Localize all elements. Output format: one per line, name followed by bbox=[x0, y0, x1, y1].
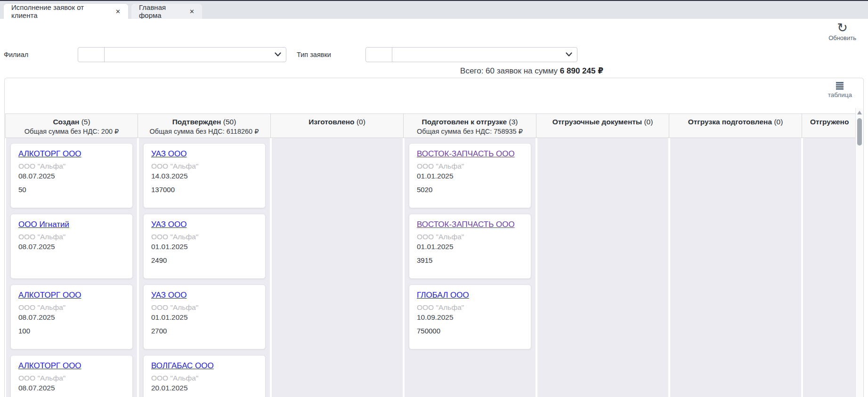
panel-header: таблица bbox=[5, 78, 863, 113]
request-card[interactable]: АЛКОТОРГ ООО ООО "Альфа" 08.07.2025 100 bbox=[10, 284, 133, 349]
request-card[interactable]: ВОСТОК-ЗАПЧАСТЬ ООО ООО "Альфа" 01.01.20… bbox=[409, 214, 531, 279]
tab-label: Главная форма bbox=[139, 3, 182, 19]
kanban-column: Подтвержден (50) Общая сумма без НДС: 61… bbox=[138, 113, 271, 397]
kanban-panel: таблица Создан (5) Общая сумма без НДС: … bbox=[4, 78, 864, 397]
kanban-column: Создан (5) Общая сумма без НДС: 200 ₽ АЛ… bbox=[5, 113, 138, 397]
close-icon[interactable]: ✕ bbox=[115, 8, 121, 15]
column-total-subtitle: Общая сумма без НДС: 200 ₽ bbox=[6, 128, 138, 135]
request-card[interactable]: ООО Игнатий ООО "Альфа" 08.07.2025 bbox=[10, 214, 133, 279]
column-title: Отгрузка подготовлена bbox=[688, 118, 772, 126]
request-card[interactable]: АЛКОТОРГ ООО ООО "Альфа" 08.07.2025 50 bbox=[10, 143, 133, 208]
tab-label: Исполнение заявок от клиента bbox=[11, 3, 108, 19]
card-organization: ООО "Альфа" bbox=[151, 232, 258, 242]
branch-filter-combobox[interactable] bbox=[78, 47, 286, 62]
request-type-filter-combobox[interactable] bbox=[365, 47, 577, 62]
request-card[interactable]: ВОСТОК-ЗАПЧАСТЬ ООО ООО "Альфа" 01.01.20… bbox=[409, 143, 531, 208]
card-amount: 3915 bbox=[417, 256, 523, 264]
column-header: Отгрузочные документы (0) bbox=[536, 113, 669, 138]
client-link[interactable]: ВОЛГАБАС ООО bbox=[151, 361, 214, 371]
client-link[interactable]: ООО Игнатий bbox=[18, 220, 69, 229]
scrollbar-thumb[interactable] bbox=[857, 118, 862, 146]
column-header: Создан (5) Общая сумма без НДС: 200 ₽ bbox=[5, 113, 138, 138]
client-link[interactable]: АЛКОТОРГ ООО bbox=[18, 149, 81, 159]
totals-text: Всего: 60 заявок на сумму bbox=[460, 66, 558, 75]
table-view-button[interactable]: таблица bbox=[828, 81, 852, 98]
refresh-label: Обновить bbox=[828, 34, 856, 41]
column-header: Изготовлено (0) bbox=[271, 113, 404, 138]
kanban-column: Отгрузка подготовлена (0) bbox=[669, 113, 802, 397]
client-link[interactable]: АЛКОТОРГ ООО bbox=[18, 361, 81, 371]
kanban-column: Изготовлено (0) bbox=[271, 113, 404, 397]
column-count: (5) bbox=[79, 118, 90, 126]
scroll-up-arrow-icon[interactable] bbox=[857, 111, 862, 114]
chevron-down-icon[interactable] bbox=[566, 52, 572, 57]
column-count: (0) bbox=[355, 118, 365, 126]
request-card[interactable]: УАЗ ООО ООО "Альфа" 01.01.2025 2490 bbox=[143, 214, 266, 279]
kanban-column: Отгрузочные документы (0) bbox=[536, 113, 669, 397]
column-count: (0) bbox=[772, 118, 783, 126]
card-organization: ООО "Альфа" bbox=[18, 232, 125, 242]
column-body bbox=[670, 138, 801, 397]
card-organization: ООО "Альфа" bbox=[417, 232, 523, 242]
card-date: 08.07.2025 bbox=[18, 312, 125, 322]
card-organization: ООО "Альфа" bbox=[18, 302, 125, 312]
client-link[interactable]: УАЗ ООО bbox=[151, 220, 187, 229]
request-type-filter-value[interactable] bbox=[392, 48, 577, 62]
kanban-board: Создан (5) Общая сумма без НДС: 200 ₽ АЛ… bbox=[5, 113, 855, 397]
request-card[interactable]: УАЗ ООО ООО "Альфа" 01.01.2025 2700 bbox=[143, 284, 266, 349]
vertical-scrollbar[interactable] bbox=[855, 108, 863, 397]
client-link[interactable]: ВОСТОК-ЗАПЧАСТЬ ООО bbox=[417, 149, 515, 159]
card-amount: 750000 bbox=[417, 327, 523, 335]
client-link[interactable]: УАЗ ООО bbox=[151, 291, 187, 300]
branch-filter-value[interactable] bbox=[105, 48, 286, 62]
request-card[interactable]: ГЛОБАЛ ООО ООО "Альфа" 10.09.2025 750000 bbox=[409, 284, 531, 349]
card-amount: 2490 bbox=[151, 256, 258, 264]
card-organization: ООО "Альфа" bbox=[151, 302, 258, 312]
card-date: 08.07.2025 bbox=[18, 383, 125, 393]
column-body: ВОСТОК-ЗАПЧАСТЬ ООО ООО "Альфа" 01.01.20… bbox=[405, 138, 535, 397]
card-date: 01.01.2025 bbox=[417, 242, 523, 251]
refresh-icon: ↻ bbox=[837, 21, 848, 34]
kanban-column: Подготовлен к отгрузке (3) Общая сумма б… bbox=[404, 113, 536, 397]
branch-filter-code-cell[interactable] bbox=[78, 48, 105, 62]
request-type-filter-label: Тип заявки bbox=[297, 51, 331, 58]
column-count: (0) bbox=[642, 118, 653, 126]
tab-requests-execution[interactable]: Исполнение заявок от клиента ✕ bbox=[4, 4, 128, 19]
client-link[interactable]: УАЗ ООО bbox=[151, 149, 187, 159]
totals-line: Всего: 60 заявок на сумму 6 890 245 ₽ bbox=[0, 63, 603, 78]
toolbar: ↻ Обновить bbox=[0, 19, 868, 47]
client-link[interactable]: ВОСТОК-ЗАПЧАСТЬ ООО bbox=[417, 220, 515, 229]
card-date: 08.07.2025 bbox=[18, 242, 125, 251]
card-date: 10.09.2025 bbox=[417, 312, 523, 322]
column-header: Подтвержден (50) Общая сумма без НДС: 61… bbox=[138, 113, 271, 138]
card-amount: 5020 bbox=[417, 186, 523, 194]
tab-main-form[interactable]: Главная форма ✕ bbox=[131, 4, 202, 19]
request-card[interactable]: УАЗ ООО ООО "Альфа" 14.03.2025 137000 bbox=[143, 143, 266, 208]
card-date: 01.01.2025 bbox=[151, 242, 258, 251]
column-count: (3) bbox=[507, 118, 518, 126]
close-icon[interactable]: ✕ bbox=[189, 8, 195, 15]
request-card[interactable]: ВОЛГАБАС ООО ООО "Альфа" 20.01.2025 bbox=[143, 355, 266, 397]
card-date: 14.03.2025 bbox=[151, 171, 258, 181]
column-total-subtitle: Общая сумма без НДС: 6118260 ₽ bbox=[138, 128, 270, 135]
column-title: Отгрузочные документы bbox=[552, 118, 642, 126]
column-title: Отгружено bbox=[810, 118, 849, 126]
column-title: Подготовлен к отгрузке bbox=[422, 118, 507, 126]
table-view-label: таблица bbox=[828, 91, 852, 98]
column-header: Подготовлен к отгрузке (3) Общая сумма б… bbox=[404, 113, 536, 138]
branch-filter-label: Филиал bbox=[4, 51, 28, 58]
card-organization: ООО "Альфа" bbox=[151, 161, 258, 171]
column-header: Отгружено bbox=[802, 113, 855, 138]
request-type-filter-code-cell[interactable] bbox=[366, 48, 392, 62]
card-organization: ООО "Альфа" bbox=[417, 302, 523, 312]
refresh-button[interactable]: ↻ Обновить bbox=[828, 21, 856, 41]
card-amount: 100 bbox=[18, 327, 125, 335]
column-body: УАЗ ООО ООО "Альфа" 14.03.2025 137000 УА… bbox=[139, 138, 270, 397]
column-body bbox=[803, 138, 855, 397]
client-link[interactable]: АЛКОТОРГ ООО bbox=[18, 291, 81, 300]
request-card[interactable]: АЛКОТОРГ ООО ООО "Альфа" 08.07.2025 bbox=[10, 355, 133, 397]
client-link[interactable]: ГЛОБАЛ ООО bbox=[417, 291, 469, 300]
chevron-down-icon[interactable] bbox=[275, 52, 281, 57]
card-date: 20.01.2025 bbox=[151, 383, 258, 393]
column-total-subtitle: Общая сумма без НДС: 758935 ₽ bbox=[404, 128, 536, 135]
